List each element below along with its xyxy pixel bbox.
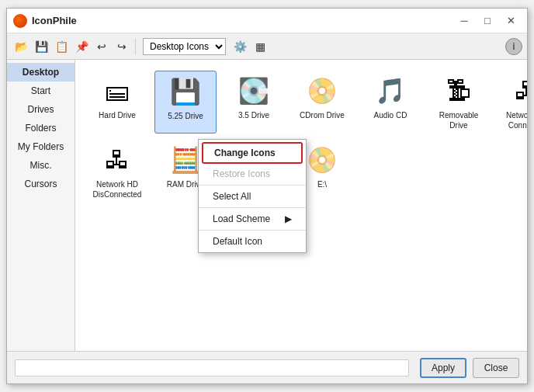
toolbar: 📂 💾 📋 📌 ↩ ↪ Desktop Icons Folder Icons S… — [7, 33, 527, 60]
sidebar-item-myfolders[interactable]: My Folders — [7, 137, 75, 156]
harddrive-icon: 🖴 — [100, 74, 134, 108]
525drive-icon: 💾 — [168, 75, 203, 109]
context-menu: Change Icons Restore Icons Select All Lo… — [198, 139, 307, 253]
main-window: IconPhile ─ □ ✕ 📂 💾 📋 📌 ↩ ↪ Desktop Icon… — [6, 8, 528, 384]
toolbar-undo-button[interactable]: ↩ — [92, 37, 111, 56]
toolbar-redo-button[interactable]: ↪ — [113, 37, 131, 56]
icon-item-networkhd[interactable]: 🖧 Network HD Connected — [496, 71, 527, 134]
load-scheme-menu-item[interactable]: Load Scheme ▶ — [199, 210, 306, 228]
icon-item-35drive[interactable]: 💽 3.5 Drive — [223, 71, 285, 134]
info-button[interactable]: i — [505, 38, 522, 55]
icon-item-cdrom[interactable]: 📀 CDrom Drive — [291, 71, 353, 134]
toolbar-copy-button[interactable]: 📋 — [52, 37, 71, 56]
sidebar-item-drives[interactable]: Drives — [7, 100, 75, 119]
title-bar-buttons: ─ □ ✕ — [454, 12, 521, 29]
e-drive-icon: 📀 — [305, 143, 339, 177]
toolbar-paste-button[interactable]: 📌 — [72, 37, 91, 56]
sidebar: Desktop Start Drives Folders My Folders … — [7, 60, 75, 351]
icon-label: Removable Drive — [429, 110, 488, 130]
submenu-arrow: ▶ — [285, 213, 292, 224]
minimize-button[interactable]: ─ — [454, 12, 474, 29]
window-title: IconPhile — [32, 15, 454, 26]
cdrom-icon: 📀 — [305, 74, 339, 108]
ctx-separator-3 — [199, 230, 306, 231]
icon-item-audiocd[interactable]: 🎵 Audio CD — [359, 71, 421, 134]
icon-label: Network HD Connected — [498, 110, 527, 130]
restore-icons-menu-item: Restore Icons — [199, 165, 306, 183]
35drive-icon: 💽 — [237, 74, 271, 108]
networkdisconn-icon: 🖧 — [100, 143, 134, 177]
app-icon — [13, 14, 27, 28]
close-button[interactable]: Close — [473, 358, 519, 378]
change-icons-menu-item[interactable]: Change Icons — [203, 144, 301, 162]
sidebar-item-folders[interactable]: Folders — [7, 119, 75, 137]
toolbar-grid-button[interactable]: ▦ — [251, 37, 269, 56]
title-bar: IconPhile ─ □ ✕ — [7, 9, 527, 33]
close-window-button[interactable]: ✕ — [501, 12, 521, 29]
icon-label: Audio CD — [374, 110, 407, 120]
bottom-bar: Apply Close — [7, 351, 527, 383]
ctx-separator-1 — [199, 185, 306, 186]
status-input — [15, 359, 409, 376]
toolbar-open-button[interactable]: 📂 — [12, 37, 30, 56]
icon-item-525drive[interactable]: 💾 5.25 Drive — [154, 71, 217, 134]
icon-item-networkdisconn[interactable]: 🖧 Network HD DisConnected — [86, 140, 148, 203]
content-area: 🖴 Hard Drive 💾 5.25 Drive 💽 3.5 Drive 📀 … — [75, 60, 527, 351]
category-dropdown[interactable]: Desktop Icons Folder Icons System Icons — [144, 39, 225, 54]
removable-icon: 🗜 — [442, 74, 476, 108]
icon-label: Network HD DisConnected — [88, 179, 147, 199]
ctx-separator-2 — [199, 207, 306, 208]
icon-label: 3.5 Drive — [238, 110, 269, 120]
toolbar-settings-button[interactable]: ⚙️ — [231, 37, 249, 56]
icon-label: CDrom Drive — [300, 110, 345, 120]
select-all-menu-item[interactable]: Select All — [199, 187, 306, 206]
sidebar-item-cursors[interactable]: Cursors — [7, 175, 75, 193]
default-icon-menu-item[interactable]: Default Icon — [199, 232, 306, 251]
sidebar-item-misc[interactable]: Misc. — [7, 156, 75, 175]
icon-label: 5.25 Drive — [168, 111, 203, 121]
maximize-button[interactable]: □ — [477, 12, 498, 29]
audiocd-icon: 🎵 — [373, 74, 407, 108]
change-icons-highlighted: Change Icons — [202, 142, 303, 164]
sidebar-item-start[interactable]: Start — [7, 82, 75, 100]
icon-label: Hard Drive — [99, 110, 136, 120]
apply-button[interactable]: Apply — [420, 358, 466, 378]
toolbar-separator — [135, 39, 136, 54]
icon-label: E:\ — [317, 179, 327, 189]
icon-item-harddrive[interactable]: 🖴 Hard Drive — [86, 71, 148, 134]
dropdown-wrapper[interactable]: Desktop Icons Folder Icons System Icons — [143, 38, 226, 55]
toolbar-save-button[interactable]: 💾 — [32, 37, 50, 56]
sidebar-item-desktop[interactable]: Desktop — [7, 63, 75, 82]
main-area: Desktop Start Drives Folders My Folders … — [7, 60, 527, 351]
icon-item-removable[interactable]: 🗜 Removable Drive — [428, 71, 490, 134]
networkhd-icon: 🖧 — [510, 74, 527, 108]
